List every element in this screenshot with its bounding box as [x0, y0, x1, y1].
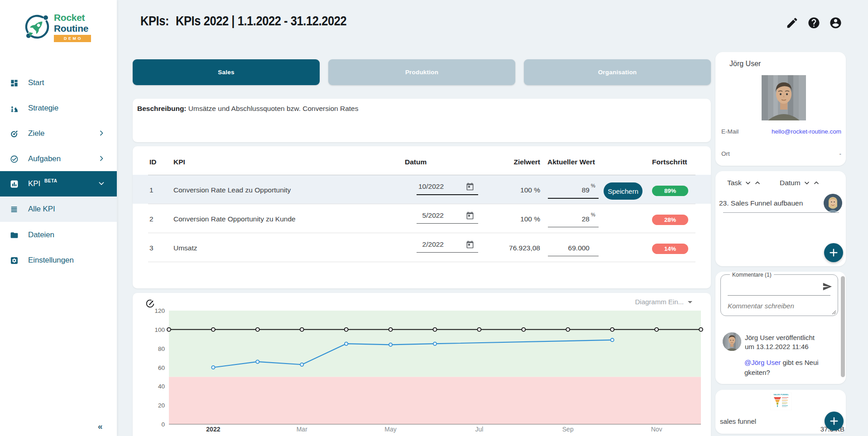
sidebar-item-kpi[interactable]: KPI BETA — [0, 171, 117, 196]
dashboard-icon — [10, 79, 19, 87]
sidebar-item-label: Strategie — [28, 104, 58, 113]
svg-text:SALES FUNNEL: SALES FUNNEL — [773, 393, 789, 396]
task-sort-label: Task — [727, 179, 742, 187]
file-name[interactable]: sales funnel — [720, 417, 756, 425]
page-title-prefix: KPIs: — [140, 14, 169, 29]
sidebar-item-strategie[interactable]: Strategie — [0, 96, 117, 121]
help-icon[interactable] — [807, 16, 820, 29]
value-unit: % — [591, 183, 595, 188]
tab-organisation[interactable]: Organisation — [524, 59, 711, 85]
add-file-button[interactable] — [825, 412, 844, 431]
save-button[interactable]: Speichern — [604, 182, 643, 200]
svg-text:0: 0 — [161, 421, 165, 428]
page-title-text: KPIs 2022 | 1.1.2022 - 31.12.2022 — [176, 14, 346, 29]
resize-handle-icon[interactable] — [832, 310, 836, 315]
svg-text:Jul: Jul — [475, 426, 483, 433]
tab-produktion[interactable]: Produktion — [328, 59, 515, 85]
files-card: SALES FUNNEL sales funnel 37.6 KB — [715, 390, 846, 434]
calendar-icon[interactable] — [465, 182, 475, 191]
folder-icon — [10, 231, 19, 240]
table-divider — [148, 262, 695, 262]
profile-photo — [762, 75, 806, 120]
tasks-card: Task Datum 23. Sales Funnel aufbauen — [715, 171, 846, 266]
kpi-chart-icon — [10, 180, 19, 188]
comments-legend: Kommentare (1) — [730, 272, 774, 278]
input-underline — [548, 198, 599, 199]
add-task-button[interactable] — [824, 243, 843, 262]
column-header-id: ID — [149, 158, 157, 166]
comments-card: Kommentare (1) Jörg User veröffentlicht … — [715, 272, 846, 384]
account-icon[interactable] — [829, 16, 842, 29]
value-unit: % — [591, 212, 595, 217]
column-header-aktueller-wert: Aktueller Wert — [547, 158, 595, 166]
sort-desc-icon[interactable] — [745, 180, 751, 186]
input-underline — [548, 227, 599, 227]
date-input[interactable]: 5/2022 — [417, 211, 444, 220]
sidebar-item-label: Dateien — [28, 230, 54, 240]
list-lines-icon — [10, 205, 19, 214]
sidebar-collapse-button[interactable]: « — [98, 422, 103, 431]
comments-scrollbar[interactable] — [841, 276, 845, 377]
input-underline — [548, 256, 599, 256]
task-divider — [723, 212, 839, 213]
sidebar-item-ziele[interactable]: Ziele — [0, 121, 117, 146]
mention-link[interactable]: @Jörg User — [744, 359, 781, 366]
kpi-group-tabs: Sales Produktion Organisation — [133, 59, 711, 85]
rocket-logo-icon — [24, 13, 52, 41]
sort-asc-icon[interactable] — [813, 180, 820, 186]
value-input[interactable]: 89 — [548, 186, 590, 194]
comment-input-box: Kommentare (1) — [720, 274, 838, 316]
cell-zielwert: 76.923,08 — [490, 244, 540, 252]
sidebar-item-dateien[interactable]: Dateien — [0, 222, 117, 248]
sort-desc-icon[interactable] — [804, 180, 810, 186]
sidebar-item-label: Ziele — [28, 129, 44, 138]
calendar-icon[interactable] — [465, 240, 475, 249]
app-logo[interactable]: Rocket Routine DEMO — [24, 12, 91, 47]
sidebar-item-start[interactable]: Start — [0, 70, 117, 96]
value-input[interactable]: 69.000 — [548, 244, 590, 252]
sidebar-item-label: Aufgaben — [28, 154, 61, 163]
edit-pencil-icon[interactable] — [786, 16, 799, 29]
input-underline — [417, 194, 478, 195]
svg-text:60: 60 — [158, 364, 165, 371]
chevron-right-icon — [98, 155, 105, 162]
page-title: KPIs: KPIs 2022 | 1.1.2022 - 31.12.2022 — [140, 14, 346, 29]
email-label: E-Mail — [721, 128, 739, 135]
comment-author-avatar — [723, 332, 741, 351]
calendar-icon[interactable] — [465, 211, 475, 220]
datum-sort-header: Datum — [780, 179, 820, 187]
svg-text:May: May — [384, 426, 396, 433]
kpi-table-card: ID KPI Datum Zielwert Aktueller Wert For… — [133, 146, 711, 288]
sidebar-item-label: Start — [28, 78, 44, 87]
date-input[interactable]: 2/2022 — [417, 240, 444, 249]
task-assignee-avatar[interactable] — [824, 194, 842, 212]
check-circle-icon — [10, 155, 19, 163]
svg-text:Nov: Nov — [651, 426, 662, 433]
sidebar-item-einstellungen[interactable]: Einstellungen — [0, 248, 117, 273]
logo-demo-badge: DEMO — [54, 35, 91, 42]
description-text: Umsätze und Abschlussquoten bzw. Convers… — [187, 105, 359, 112]
cell-kpi: Conversion Rate Lead zu Opportunity — [173, 186, 291, 194]
sort-asc-icon[interactable] — [754, 180, 761, 186]
date-input[interactable]: 10/2022 — [417, 182, 444, 191]
profile-card: Jörg User E-Mail hello@rocket-routine.co… — [715, 52, 846, 166]
cell-zielwert: 100 % — [490, 186, 540, 194]
cell-zielwert: 100 % — [490, 215, 540, 223]
sidebar: Rocket Routine DEMO Start Strategie — [0, 0, 117, 436]
send-icon[interactable] — [822, 282, 832, 292]
tab-sales[interactable]: Sales — [133, 59, 320, 85]
email-link[interactable]: hello@rocket-routine.com — [772, 128, 841, 135]
file-thumbnail[interactable]: SALES FUNNEL — [770, 393, 792, 410]
sidebar-item-aufgaben[interactable]: Aufgaben — [0, 146, 117, 172]
value-input[interactable]: 28 — [548, 215, 590, 223]
svg-text:Mar: Mar — [297, 426, 307, 433]
task-item[interactable]: 23. Sales Funnel aufbauen — [719, 199, 821, 207]
comment-meta-line2: um 13.12.2022 11:46 — [745, 342, 815, 351]
cell-id: 3 — [149, 244, 153, 252]
comment-input-underline — [728, 295, 830, 296]
description-label: Beschreibung: — [137, 105, 187, 112]
svg-text:40: 40 — [158, 383, 165, 390]
sidebar-item-alle-kpi[interactable]: Alle KPI — [0, 196, 117, 222]
comment-input[interactable] — [728, 302, 827, 314]
svg-text:100: 100 — [154, 326, 165, 333]
